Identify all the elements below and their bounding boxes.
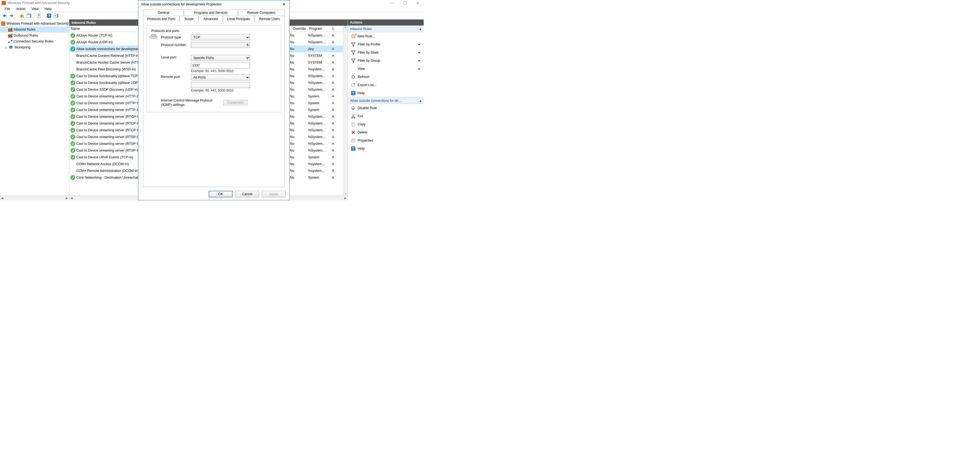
svg-rect-21 bbox=[10, 29, 11, 29]
icmp-label: Internet Control Message Protocol (ICMP)… bbox=[150, 98, 223, 107]
action-properties[interactable]: Properties bbox=[348, 137, 424, 145]
action-filter-by-state[interactable]: Filter by State▶ bbox=[348, 48, 424, 57]
rule-enabled-icon bbox=[70, 141, 75, 146]
minimize-button[interactable]: — bbox=[386, 0, 399, 6]
action-filter-by-group[interactable]: Filter by Group▶ bbox=[348, 57, 424, 65]
tab-general[interactable]: General bbox=[143, 10, 184, 16]
remote-port-mode-select[interactable]: All Ports bbox=[191, 75, 250, 80]
menu-file[interactable]: File bbox=[2, 6, 13, 11]
help-button[interactable]: ? bbox=[46, 13, 52, 19]
connsec-icon bbox=[8, 39, 13, 44]
tab-remote-users[interactable]: Remote Users bbox=[254, 16, 285, 22]
rule-enabled-icon bbox=[70, 148, 75, 153]
rule-override: No bbox=[290, 142, 305, 146]
action-label: Copy bbox=[358, 123, 366, 126]
rule-enabled-icon bbox=[70, 114, 75, 119]
tab-protocols-ports[interactable]: Protocols and Ports bbox=[143, 16, 180, 22]
rule-override: No bbox=[290, 162, 305, 166]
dialog-close-button[interactable]: ✕ bbox=[281, 2, 287, 7]
action-new-rule[interactable]: ✦New Rule... bbox=[348, 32, 424, 40]
tree-hscroll[interactable]: ◄► bbox=[0, 196, 69, 200]
cancel-button[interactable]: Cancel bbox=[235, 191, 259, 197]
action-help[interactable]: ?Help bbox=[348, 89, 424, 97]
action-delete[interactable]: Delete bbox=[348, 128, 424, 137]
nic-icon bbox=[149, 33, 158, 40]
action-label: Disable Rule bbox=[358, 106, 377, 110]
rule-disabled-icon bbox=[70, 53, 75, 58]
tree-monitoring[interactable]: ▷ Monitoring bbox=[0, 45, 69, 50]
local-port-input[interactable] bbox=[191, 62, 250, 68]
expand-icon[interactable]: ▷ bbox=[4, 46, 8, 49]
close-button[interactable]: ✕ bbox=[411, 0, 424, 6]
rule-local-address: A bbox=[332, 162, 339, 166]
panel-layout-button[interactable] bbox=[26, 13, 32, 19]
customize-button: Customize... bbox=[223, 100, 248, 105]
back-button[interactable] bbox=[2, 13, 8, 19]
rule-local-address: A bbox=[332, 176, 339, 180]
col-l[interactable]: L bbox=[331, 26, 337, 32]
action-export-list[interactable]: Export List... bbox=[348, 81, 424, 89]
remote-port-label: Remote port: bbox=[150, 75, 191, 79]
local-port-example: Example: 80, 443, 5000-5010 bbox=[191, 69, 277, 73]
rule-program: %System... bbox=[308, 88, 329, 91]
ok-button[interactable]: OK bbox=[209, 191, 232, 197]
action-label: Properties bbox=[358, 138, 373, 142]
col-name[interactable]: Name bbox=[69, 26, 137, 32]
group-legend: Protocols and ports bbox=[150, 29, 180, 33]
action-disable-rule[interactable]: Disable Rule bbox=[348, 104, 424, 112]
tree-outbound-rules[interactable]: Outbound Rules bbox=[0, 32, 69, 38]
rule-name: Core Networking - Destination Unreachabl… bbox=[76, 176, 142, 180]
tab-scope[interactable]: Scope bbox=[180, 16, 199, 22]
menu-help[interactable]: Help bbox=[42, 6, 54, 11]
protocol-type-select[interactable]: TCP bbox=[191, 34, 250, 40]
action-refresh[interactable]: Refresh bbox=[348, 73, 424, 81]
rule-enabled-icon bbox=[70, 74, 75, 78]
export-button[interactable] bbox=[36, 13, 42, 19]
svg-rect-18 bbox=[1, 21, 5, 26]
actions-section-label: Inbound Rules bbox=[350, 27, 372, 31]
action-copy[interactable]: Copy bbox=[348, 120, 424, 128]
rule-override: No bbox=[290, 81, 305, 85]
action-cut[interactable]: Cut bbox=[348, 112, 424, 120]
local-port-mode-select[interactable]: Specific Ports bbox=[191, 55, 250, 61]
menu-action[interactable]: Action bbox=[14, 6, 28, 11]
rule-override: No bbox=[290, 33, 305, 37]
rule-program: %System... bbox=[308, 74, 329, 78]
tab-remote-computers[interactable]: Remote Computers bbox=[238, 10, 285, 16]
rule-name: Cast to Device SSDP Discovery (UDP-In) bbox=[76, 88, 138, 91]
svg-rect-6 bbox=[10, 15, 11, 16]
list-vscroll[interactable]: ⌃⌄ bbox=[343, 26, 348, 196]
menu-view[interactable]: View bbox=[29, 6, 41, 11]
actions-section-header[interactable]: Allow outside connections for de...▴ bbox=[348, 97, 424, 104]
tree-root[interactable]: Windows Firewall with Advanced Security bbox=[0, 21, 69, 27]
tab-programs-services[interactable]: Programs and Services bbox=[184, 10, 238, 16]
action-view[interactable]: View▶ bbox=[348, 65, 424, 73]
action-filter-by-profile[interactable]: Filter by Profile▶ bbox=[348, 40, 424, 48]
rule-name: COM+ Remote Administration (DCOM-In) bbox=[76, 169, 138, 173]
protocol-number-input[interactable] bbox=[191, 42, 250, 48]
tab-advanced[interactable]: Advanced bbox=[199, 16, 223, 22]
rule-override: No bbox=[290, 149, 305, 153]
svg-point-44 bbox=[354, 117, 355, 118]
actions-section-header[interactable]: Inbound Rules▴ bbox=[348, 25, 424, 32]
col-program[interactable]: Program bbox=[307, 26, 331, 32]
action-help[interactable]: ?Help bbox=[348, 145, 424, 153]
tab-local-principals[interactable]: Local Principals bbox=[223, 16, 254, 22]
up-folder-button[interactable] bbox=[19, 13, 25, 19]
tree-root-label: Windows Firewall with Advanced Security bbox=[6, 22, 69, 25]
collapse-icon[interactable]: ▴ bbox=[420, 99, 422, 103]
collapse-icon[interactable]: ▴ bbox=[420, 27, 422, 31]
rule-override: No bbox=[290, 47, 305, 51]
action-label: Filter by State bbox=[358, 51, 379, 54]
action-label: Cut bbox=[358, 114, 363, 118]
svg-marker-32 bbox=[352, 43, 355, 46]
forward-button[interactable] bbox=[9, 13, 15, 19]
maximize-button[interactable] bbox=[399, 0, 411, 6]
delete-icon bbox=[351, 130, 355, 135]
show-actions-button[interactable] bbox=[53, 13, 59, 19]
rule-enabled-icon bbox=[70, 33, 75, 38]
rule-override: No bbox=[290, 40, 305, 44]
tree-inbound-rules[interactable]: Inbound Rules bbox=[0, 27, 69, 32]
tree-connection-security[interactable]: Connection Security Rules bbox=[0, 38, 69, 45]
outbound-icon bbox=[8, 33, 13, 38]
